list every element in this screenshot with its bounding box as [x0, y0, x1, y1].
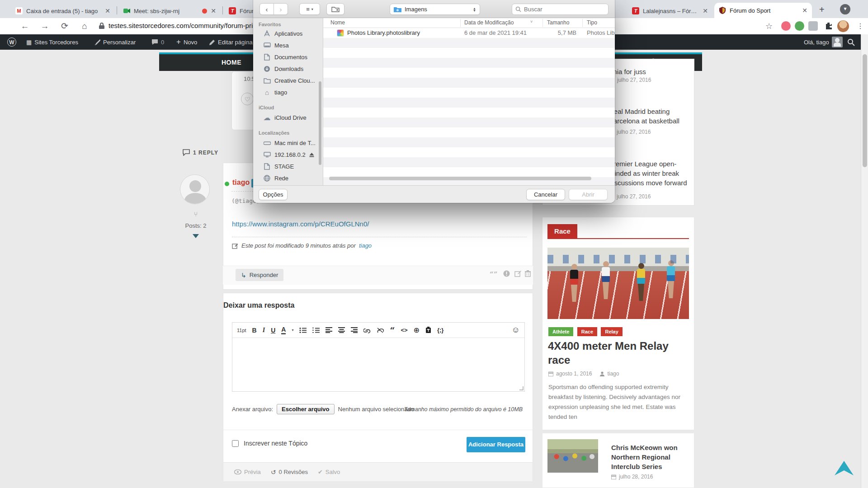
modified-author-link[interactable]: tiago	[359, 242, 372, 249]
column-type[interactable]: Tipo	[587, 19, 597, 26]
admin-edit-page[interactable]: Editar página	[206, 34, 256, 50]
quote-icon[interactable]: “”	[490, 270, 497, 278]
text-color-button[interactable]: A	[281, 326, 286, 334]
tab-gmail[interactable]: M Caixa de entrada (5) - tiago ✕	[11, 4, 115, 18]
tab-forum-sport[interactable]: Fórum do Sport ✕	[714, 3, 812, 18]
unlink-icon[interactable]	[377, 327, 384, 333]
news-item-title[interactable]: Real Madrid beating Barcelona at basketb…	[609, 107, 689, 126]
extension-gray-icon[interactable]	[808, 21, 818, 31]
blockquote-icon[interactable]: “	[390, 328, 395, 333]
forward-button[interactable]: ›	[274, 3, 288, 15]
sidebar-item-stage[interactable]: STAGE	[263, 163, 294, 170]
admin-comments[interactable]: 0	[148, 34, 168, 50]
report-icon[interactable]	[503, 270, 510, 277]
admin-customize[interactable]: Personalizar	[90, 34, 139, 50]
delete-icon[interactable]	[525, 270, 531, 277]
bullet-list-icon[interactable]	[299, 327, 307, 333]
shortcode-button[interactable]: {;}	[437, 327, 443, 333]
revisions-link[interactable]: ↺0 Revisões	[271, 469, 308, 476]
sidebar-item-icloud-drive[interactable]: ☁iCloud Drive	[263, 114, 307, 122]
subscribe-checkbox[interactable]	[232, 440, 239, 447]
race-article-title[interactable]: 4X400 meter Men Relay race	[548, 339, 686, 367]
tab-close-icon[interactable]: ✕	[802, 7, 807, 14]
sidebar-item-applications[interactable]: Aplicativos	[263, 30, 302, 38]
tab-close-icon[interactable]: ✕	[703, 7, 708, 14]
options-button[interactable]: Opções	[259, 189, 288, 200]
scroll-to-top-button[interactable]	[831, 455, 857, 482]
tag-race[interactable]: Race	[577, 327, 597, 336]
admin-my-sites[interactable]: ▦Sites Torcedores	[23, 34, 82, 50]
sidebar-item-mac-mini[interactable]: Mac mini de T...	[263, 139, 316, 147]
color-dropdown-icon[interactable]: ▾	[292, 328, 293, 332]
emoji-smiley-icon[interactable]: ☺	[512, 325, 520, 335]
sidebar-item-network[interactable]: Rede	[263, 174, 288, 182]
dialog-search-input[interactable]	[524, 6, 596, 13]
sidebar-item-desktop[interactable]: Mesa	[263, 42, 289, 49]
sidebar-item-documents[interactable]: Documentos	[263, 53, 307, 61]
reload-icon[interactable]: ⟳	[60, 21, 70, 31]
tab-close-icon[interactable]: ✕	[105, 7, 110, 14]
next-post-title[interactable]: Chris McKeown won Northern Regional Inte…	[611, 443, 691, 471]
scrollbar-thumb[interactable]	[863, 54, 867, 167]
align-right-icon[interactable]	[351, 327, 358, 333]
italic-button[interactable]: I	[263, 327, 265, 334]
preview-link[interactable]: Prévia	[234, 469, 261, 475]
author-name[interactable]: tiago	[232, 178, 250, 187]
paste-icon[interactable]	[425, 327, 431, 333]
align-left-icon[interactable]	[326, 327, 332, 333]
news-item-title[interactable]: ania for juss	[609, 67, 689, 76]
post-link[interactable]: https://www.instagram.com/p/CREuOfGLNn0/	[232, 220, 369, 228]
tab-topic[interactable]: T Lalalejnasns – Fórum Princip ✕	[627, 4, 712, 18]
race-article-photo[interactable]	[547, 248, 689, 319]
choose-file-button[interactable]: Escolher arquivo	[277, 404, 334, 414]
back-button[interactable]: ‹	[259, 3, 274, 15]
wp-logo-icon[interactable]: W	[4, 34, 20, 50]
tag-athlete[interactable]: Athlete	[548, 327, 573, 336]
horizontal-scrollbar[interactable]	[329, 177, 591, 180]
page-scrollbar[interactable]	[861, 34, 868, 488]
open-button[interactable]: Abrir	[569, 189, 608, 200]
extensions-puzzle-icon[interactable]	[825, 22, 833, 30]
align-center-icon[interactable]	[338, 327, 345, 333]
sidebar-item-home[interactable]: ⌂tiago	[263, 89, 287, 96]
admin-new[interactable]: +Novo	[173, 34, 201, 50]
cancel-button[interactable]: Cancelar	[526, 189, 565, 200]
folder-select[interactable]: Imagens ▲▼	[390, 4, 480, 15]
forward-icon[interactable]: →	[40, 21, 50, 31]
tab-close-icon[interactable]: ✕	[211, 7, 216, 14]
back-icon[interactable]: ←	[20, 21, 30, 31]
next-post-thumbnail[interactable]	[547, 439, 598, 473]
new-tab-button[interactable]: +	[819, 5, 825, 15]
sidebar-item-creative-cloud[interactable]: Creative Clou...	[263, 77, 315, 84]
add-reply-button[interactable]: Adicionar Resposta	[467, 437, 525, 452]
font-size-button[interactable]: 11pt	[237, 328, 246, 333]
tab-meet[interactable]: Meet: sbs-zijw-rnj ✕	[118, 4, 221, 18]
admin-search-icon[interactable]	[844, 34, 859, 50]
eject-icon[interactable]	[309, 153, 314, 157]
view-mode-button[interactable]: ≡▾	[299, 3, 320, 15]
bookmark-star-icon[interactable]: ☆	[764, 21, 774, 31]
dialog-search-field[interactable]	[512, 4, 609, 15]
underline-button[interactable]: U	[271, 327, 275, 334]
browser-menu-dots-icon[interactable]: ⋮	[855, 21, 865, 31]
home-icon[interactable]: ⌂	[80, 21, 90, 31]
edit-icon[interactable]	[514, 270, 521, 277]
new-folder-button[interactable]	[326, 3, 344, 15]
nav-home[interactable]: HOME	[222, 54, 241, 71]
column-name[interactable]: Nome	[330, 19, 345, 26]
column-size[interactable]: Tamanho	[547, 19, 569, 26]
insert-plus-icon[interactable]: ⊕	[414, 326, 420, 334]
admin-account[interactable]: Olá, tiago	[800, 34, 846, 50]
reply-button[interactable]: ↳ Responder	[236, 269, 283, 281]
profile-avatar[interactable]	[837, 20, 849, 32]
file-row[interactable]: Photos Library.photoslibrary 6 de mar de…	[323, 28, 615, 38]
code-button[interactable]: <>	[401, 327, 407, 333]
bold-button[interactable]: B	[252, 327, 257, 334]
extension-pink-icon[interactable]	[781, 21, 791, 31]
extension-green-icon[interactable]	[795, 21, 804, 31]
tab-search-chevron-icon[interactable]: ▾	[840, 4, 850, 14]
sidebar-item-network-volume[interactable]: 192.168.0.2	[263, 151, 314, 159]
tag-relay[interactable]: Relay	[601, 327, 622, 336]
like-button[interactable]: ♡	[241, 93, 254, 105]
resize-handle[interactable]	[519, 386, 524, 390]
